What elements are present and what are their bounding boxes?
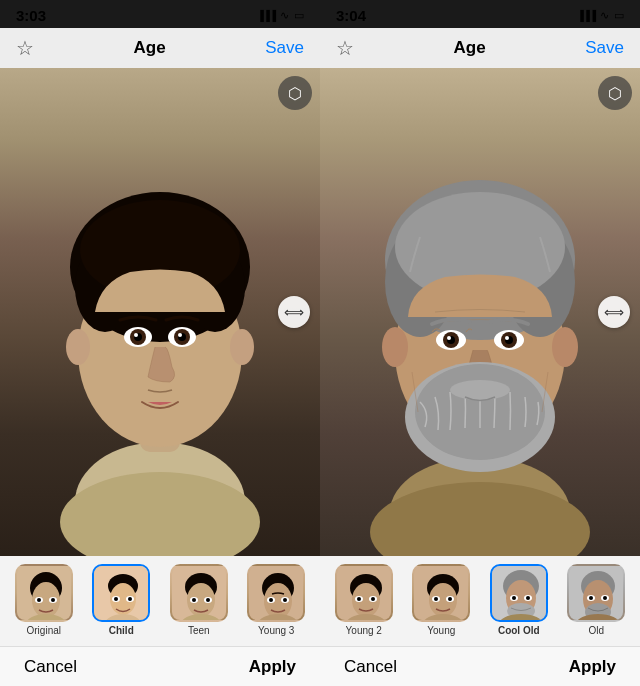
right-bottom-panel: Young 2 Young xyxy=(320,556,640,646)
left-compare-icon: ⟺ xyxy=(284,304,304,320)
svg-point-12 xyxy=(134,333,138,337)
left-status-bar: 3:03 ▐▐▐ ∿ ▭ xyxy=(0,0,320,28)
left-signal-icon: ▐▐▐ xyxy=(257,10,275,21)
left-bottom-panel: Original Child xyxy=(0,556,320,646)
svg-point-85 xyxy=(434,597,438,601)
left-filter-teen-label: Teen xyxy=(188,625,210,636)
right-filter-old[interactable]: Old xyxy=(561,564,633,636)
right-filter-coolold-label: Cool Old xyxy=(498,625,540,636)
right-action-bar: Cancel Apply xyxy=(320,646,640,686)
left-filter-child[interactable]: Child xyxy=(86,564,158,636)
svg-point-79 xyxy=(371,597,375,601)
left-compare-button[interactable]: ⟺ xyxy=(278,296,310,328)
left-wifi-icon: ∿ xyxy=(280,9,289,22)
right-eraser-icon: ⬡ xyxy=(608,84,622,103)
right-filter-young2-label: Young 2 xyxy=(346,625,382,636)
svg-point-63 xyxy=(447,336,451,340)
left-face-svg xyxy=(0,68,320,556)
left-photo-area: ⬡ ⟺ xyxy=(0,68,320,556)
left-favorite-button[interactable]: ☆ xyxy=(16,36,34,60)
right-filter-young2-thumb[interactable] xyxy=(335,564,393,622)
left-eraser-icon: ⬡ xyxy=(288,84,302,103)
left-screen: 3:03 ▐▐▐ ∿ ▭ ☆ Age Save xyxy=(0,0,320,686)
right-apply-button[interactable]: Apply xyxy=(569,657,616,677)
right-signal-icon: ▐▐▐ xyxy=(577,10,595,21)
svg-point-87 xyxy=(448,597,452,601)
left-time: 3:03 xyxy=(16,7,46,24)
left-filter-child-thumb[interactable] xyxy=(92,564,150,622)
right-time: 3:04 xyxy=(336,7,366,24)
svg-point-39 xyxy=(192,598,196,602)
right-filter-young[interactable]: Young xyxy=(406,564,478,636)
left-cancel-button[interactable]: Cancel xyxy=(24,657,77,677)
right-photo-area: ⬡ ⟺ xyxy=(320,68,640,556)
right-status-bar: 3:04 ▐▐▐ ∿ ▭ xyxy=(320,0,640,28)
left-nav-bar: ☆ Age Save xyxy=(0,28,320,68)
svg-point-41 xyxy=(206,598,210,602)
right-filter-young-thumb[interactable] xyxy=(412,564,470,622)
svg-point-18 xyxy=(230,329,254,365)
svg-point-71 xyxy=(382,327,408,367)
right-nav-bar: ☆ Age Save xyxy=(320,28,640,68)
left-filter-teen[interactable]: Teen xyxy=(163,564,235,636)
right-filter-coolold-thumb[interactable] xyxy=(490,564,548,622)
svg-point-16 xyxy=(178,333,182,337)
left-filter-original[interactable]: Original xyxy=(8,564,80,636)
right-filters-row: Young 2 Young xyxy=(320,556,640,640)
svg-point-47 xyxy=(269,598,273,602)
right-battery-icon: ▭ xyxy=(614,9,624,22)
left-status-icons: ▐▐▐ ∿ ▭ xyxy=(257,9,304,22)
right-filter-old-label: Old xyxy=(588,625,604,636)
left-battery-icon: ▭ xyxy=(294,9,304,22)
svg-point-72 xyxy=(552,327,578,367)
svg-point-67 xyxy=(505,336,509,340)
right-face-svg xyxy=(320,68,640,556)
svg-point-33 xyxy=(128,597,132,601)
right-page-title: Age xyxy=(454,38,486,58)
left-page-title: Age xyxy=(134,38,166,58)
svg-point-23 xyxy=(37,598,41,602)
right-filter-young-label: Young xyxy=(427,625,455,636)
right-compare-icon: ⟺ xyxy=(604,304,624,320)
svg-point-77 xyxy=(357,597,361,601)
right-screen: 3:04 ▐▐▐ ∿ ▭ ☆ Age Save xyxy=(320,0,640,686)
left-filter-original-label: Original xyxy=(27,625,61,636)
right-favorite-button[interactable]: ☆ xyxy=(336,36,354,60)
right-wifi-icon: ∿ xyxy=(600,9,609,22)
right-filter-old-thumb[interactable] xyxy=(567,564,625,622)
left-apply-button[interactable]: Apply xyxy=(249,657,296,677)
svg-point-49 xyxy=(283,598,287,602)
right-cancel-button[interactable]: Cancel xyxy=(344,657,397,677)
right-status-icons: ▐▐▐ ∿ ▭ xyxy=(577,9,624,22)
right-compare-button[interactable]: ⟺ xyxy=(598,296,630,328)
left-save-button[interactable]: Save xyxy=(265,38,304,58)
svg-point-95 xyxy=(526,596,530,600)
svg-point-102 xyxy=(589,596,593,600)
right-filter-coolold[interactable]: Cool Old xyxy=(483,564,555,636)
left-filter-young3-label: Young 3 xyxy=(258,625,294,636)
left-filter-young3-thumb[interactable] xyxy=(247,564,305,622)
left-action-bar: Cancel Apply xyxy=(0,646,320,686)
svg-point-104 xyxy=(603,596,607,600)
left-eraser-button[interactable]: ⬡ xyxy=(278,76,312,110)
right-save-button[interactable]: Save xyxy=(585,38,624,58)
svg-point-93 xyxy=(512,596,516,600)
right-eraser-button[interactable]: ⬡ xyxy=(598,76,632,110)
left-filter-teen-thumb[interactable] xyxy=(170,564,228,622)
svg-point-17 xyxy=(66,329,90,365)
left-filters-row: Original Child xyxy=(0,556,320,640)
svg-point-25 xyxy=(51,598,55,602)
left-filter-original-thumb[interactable] xyxy=(15,564,73,622)
left-filter-young3[interactable]: Young 3 xyxy=(241,564,313,636)
svg-point-70 xyxy=(450,380,510,400)
left-filter-child-label: Child xyxy=(109,625,134,636)
right-filter-young2[interactable]: Young 2 xyxy=(328,564,400,636)
svg-point-31 xyxy=(114,597,118,601)
